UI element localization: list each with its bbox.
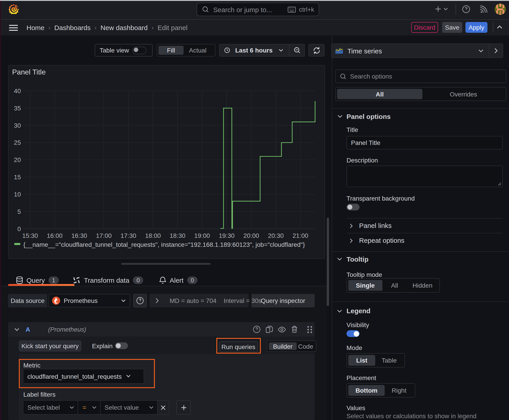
svg-text:5: 5 [17, 208, 21, 215]
svg-text:18:00: 18:00 [145, 232, 161, 239]
svg-text:{__name__="cloudflared_tunnel_: {__name__="cloudflared_tunnel_total_requ… [23, 241, 305, 248]
svg-text:35: 35 [14, 105, 21, 112]
svg-text:16:30: 16:30 [71, 232, 87, 239]
svg-text:18:30: 18:30 [170, 232, 185, 239]
svg-text:15: 15 [14, 174, 21, 181]
svg-text:0: 0 [17, 225, 21, 232]
svg-text:20: 20 [14, 156, 21, 163]
svg-text:17:30: 17:30 [121, 232, 136, 239]
svg-text:15:30: 15:30 [22, 232, 38, 239]
svg-text:17:00: 17:00 [96, 232, 112, 239]
svg-text:10: 10 [14, 191, 21, 198]
svg-text:16:00: 16:00 [47, 232, 62, 239]
svg-text:20:30: 20:30 [268, 232, 284, 239]
svg-text:19:30: 19:30 [219, 232, 235, 239]
svg-text:30: 30 [14, 122, 21, 129]
svg-text:19:00: 19:00 [194, 232, 210, 239]
svg-text:21:00: 21:00 [292, 232, 308, 239]
svg-text:25: 25 [14, 139, 21, 146]
svg-text:20:00: 20:00 [243, 232, 259, 239]
svg-text:40: 40 [14, 88, 21, 94]
